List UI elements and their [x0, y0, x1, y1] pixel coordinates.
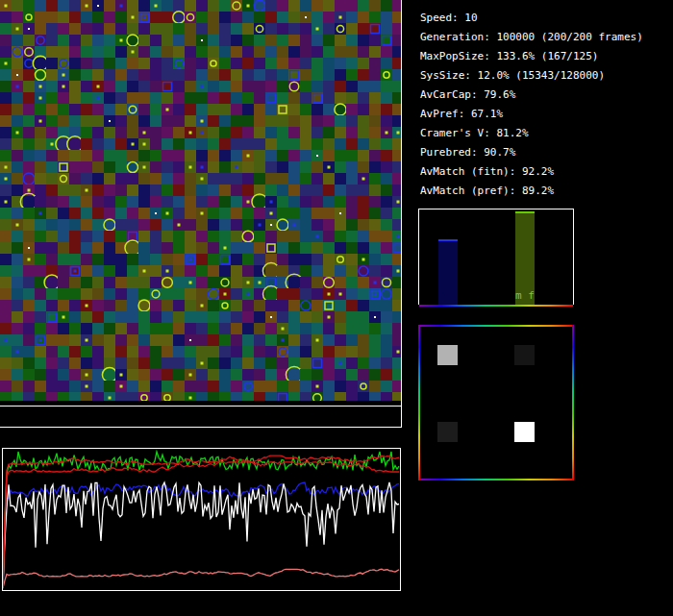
bar-chart-label: m f	[515, 290, 535, 302]
field-bottom-border	[0, 406, 402, 407]
stat-line: SysSize: 12.0% (15343/128000)	[420, 66, 643, 86]
heat-border-top	[418, 325, 574, 327]
stat-line: MaxPopSize: 133.6% (167/125)	[420, 47, 643, 66]
bar-cap	[438, 239, 458, 241]
pairing-matrix-heatmap	[418, 325, 574, 480]
heat-border-left	[418, 325, 420, 480]
curve-salmon-low	[3, 569, 399, 588]
stat-line: Speed: 10	[420, 9, 643, 28]
heatmap-cell-r1c1	[514, 422, 535, 442]
history-curves-chart	[2, 448, 401, 591]
field-right-border	[401, 0, 402, 428]
heatmap-cell-r0c0	[437, 345, 458, 365]
bar-m	[438, 239, 458, 305]
stat-line: Cramer's V: 81.2%	[420, 124, 643, 143]
heatmap-cell-r0c1	[514, 345, 535, 365]
population-field	[0, 0, 402, 401]
field-frame-bottom-line	[0, 427, 402, 428]
history-curves-canvas	[3, 449, 400, 590]
curve-red-upper-a	[3, 456, 399, 588]
stat-line: AvMatch (fitn): 92.2%	[420, 162, 643, 182]
heatmap-cell-r1c0	[437, 422, 458, 442]
curve-red-upper-b	[3, 462, 399, 588]
stat-line: AvPref: 67.1%	[420, 105, 643, 124]
population-grid-canvas	[0, 0, 402, 401]
stats-panel: Speed: 10Generation: 100000 (200/200 fra…	[420, 9, 643, 201]
stat-line: AvMatch (pref): 89.2%	[420, 182, 643, 201]
stat-line: Generation: 100000 (200/200 frames)	[420, 28, 643, 47]
simulation-app-window: Speed: 10Generation: 100000 (200/200 fra…	[0, 0, 673, 616]
heat-border-right	[572, 325, 574, 480]
sex-ratio-bar-chart: m f	[418, 209, 574, 305]
bar-cap	[515, 211, 535, 213]
stat-line: Purebred: 90.7%	[420, 143, 643, 162]
stat-line: AvCarCap: 79.6%	[420, 86, 643, 105]
heat-border-bottom	[418, 479, 574, 480]
bar-chart-rainbow-baseline	[419, 305, 573, 307]
